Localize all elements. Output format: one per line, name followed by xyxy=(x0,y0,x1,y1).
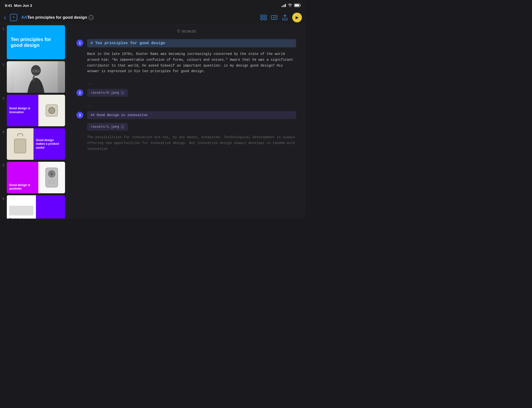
svg-rect-1 xyxy=(300,5,301,6)
content-block-1: 1 # Ten principles for good design Back … xyxy=(76,39,296,78)
slides-view-icon[interactable] xyxy=(260,14,267,21)
svg-point-8 xyxy=(275,17,276,17)
nav-left: ‹ + AA xyxy=(4,14,27,21)
nav-right: ▶ xyxy=(260,13,302,22)
content-block-3: 3 ## Good design is innovative /assets/1… xyxy=(76,111,296,152)
svg-rect-2 xyxy=(295,4,299,6)
separator-2: --- xyxy=(87,104,296,108)
slide-item-6[interactable]: 6 Good design makes a makes a xyxy=(0,194,66,219)
asset-path-2: /assets/1.jpeg xyxy=(91,125,119,129)
slide-4-title: Good design makes a product useful xyxy=(36,138,63,150)
slide-number-3: 3 xyxy=(0,95,7,126)
svg-rect-21 xyxy=(49,182,50,183)
main-layout: 1 Ten principles for good design 2 xyxy=(0,24,306,219)
slide-number-4: 4 xyxy=(0,128,7,160)
nav-bar: ‹ + AA Ten principles for good design ⌄ … xyxy=(0,11,306,24)
asset-block-1[interactable]: /assets/0.jpeg ⌄ xyxy=(87,89,128,97)
play-button[interactable]: ▶ xyxy=(292,13,302,22)
block-number-3: 3 xyxy=(76,112,83,119)
body-text-3: The possibilities for innovation are not… xyxy=(87,135,296,152)
asset-path-1: /assets/0.jpeg xyxy=(91,91,119,95)
title-chevron-icon[interactable]: ⌄ xyxy=(89,15,93,20)
asset-chevron-icon-2[interactable]: ⌄ xyxy=(121,125,125,129)
content-block-2: 2 /assets/0.jpeg ⌄ xyxy=(76,89,296,101)
svg-rect-22 xyxy=(51,182,52,183)
person-photo xyxy=(14,61,58,93)
svg-rect-19 xyxy=(51,180,52,181)
slide-5-title: Good design is aesthetic xyxy=(9,183,36,191)
share-icon[interactable] xyxy=(282,14,288,21)
nav-title-text: Ten principles for good design xyxy=(27,15,87,20)
heading-3: ## Good design is innovative xyxy=(87,111,296,119)
svg-rect-20 xyxy=(54,180,55,181)
slide-thumbnail-1[interactable]: Ten principles for good design xyxy=(7,25,65,59)
status-right xyxy=(282,4,301,7)
block-number-1: 1 xyxy=(76,40,83,46)
slide-number-1: 1 xyxy=(0,25,7,59)
svg-point-17 xyxy=(50,172,53,176)
asset-chevron-icon-1[interactable]: ⌄ xyxy=(121,91,125,95)
speaker-icon xyxy=(44,167,59,188)
slide-thumbnail-4[interactable]: Good design makes a product useful xyxy=(7,128,65,160)
slide-3-title: Good design is innovative xyxy=(9,107,36,114)
slide-thumbnail-6[interactable]: Good design makes a makes a xyxy=(7,195,65,219)
block-number-2: 2 xyxy=(76,89,83,96)
slide-item-3[interactable]: 3 Good design is innovative xyxy=(0,94,66,127)
slide-panel[interactable]: 1 Ten principles for good design 2 xyxy=(0,24,67,219)
svg-rect-4 xyxy=(264,15,266,17)
timer-icon: ⏱ xyxy=(177,29,180,33)
slide-thumbnail-3[interactable]: Good design is innovative xyxy=(7,95,65,126)
timer-row: ⏱ 00:04:03 xyxy=(76,29,296,33)
svg-rect-3 xyxy=(261,15,263,17)
signal-icon xyxy=(282,4,286,7)
svg-point-11 xyxy=(31,65,41,76)
wifi-icon xyxy=(288,4,292,7)
bag-icon xyxy=(14,136,26,152)
block-content-3: ## Good design is innovative /assets/1.j… xyxy=(87,111,296,152)
gallery-icon[interactable] xyxy=(271,14,278,21)
nav-center: Ten principles for good design ⌄ xyxy=(27,15,260,20)
slide-2-photo xyxy=(7,61,65,93)
svg-rect-18 xyxy=(49,180,50,181)
slide-1-title: Ten principles for good design xyxy=(11,36,61,48)
separator-1: --- xyxy=(87,82,296,86)
font-size-button[interactable]: AA xyxy=(21,15,27,20)
svg-rect-6 xyxy=(264,18,266,20)
heading-1: # Ten principles for good design xyxy=(87,39,296,47)
svg-rect-23 xyxy=(54,182,55,183)
add-button[interactable]: + xyxy=(10,14,17,21)
nav-title-container: Ten principles for good design ⌄ xyxy=(27,15,260,20)
radio-device-icon xyxy=(46,104,58,117)
slide-item-5[interactable]: 5 Good design is aesthetic xyxy=(0,161,66,194)
slide-6-title: Good design makes a xyxy=(9,217,33,219)
status-time: 9:41 xyxy=(5,3,12,8)
status-date: Mon Jun 3 xyxy=(14,3,32,8)
battery-icon xyxy=(294,4,301,7)
slide-number-6: 6 xyxy=(0,195,7,219)
slide-item-2[interactable]: 2 xyxy=(0,60,66,94)
back-button[interactable]: ‹ xyxy=(4,14,6,21)
timer-value: 00:04:03 xyxy=(182,29,196,33)
slide-number-2: 2 xyxy=(0,61,7,93)
block-content-2: /assets/0.jpeg ⌄ xyxy=(87,89,296,101)
slide-thumbnail-2[interactable] xyxy=(7,61,65,93)
block-content-1: # Ten principles for good design Back in… xyxy=(87,39,296,78)
status-left: 9:41 Mon Jun 3 xyxy=(5,3,32,8)
slide-thumbnail-5[interactable]: Good design is aesthetic xyxy=(7,162,65,193)
content-area[interactable]: ⏱ 00:04:03 1 # Ten principles for good d… xyxy=(67,24,306,219)
slide-item-1[interactable]: 1 Ten principles for good design xyxy=(0,24,66,60)
slide-item-4[interactable]: 4 Good design makes a product useful xyxy=(0,127,66,161)
slide-number-5: 5 xyxy=(0,162,7,193)
body-text-1: Back in the late 1970s, Dieter Rams was … xyxy=(87,51,296,74)
asset-block-2[interactable]: /assets/1.jpeg ⌄ xyxy=(87,123,128,131)
svg-rect-5 xyxy=(261,18,263,20)
status-bar: 9:41 Mon Jun 3 xyxy=(0,0,306,11)
